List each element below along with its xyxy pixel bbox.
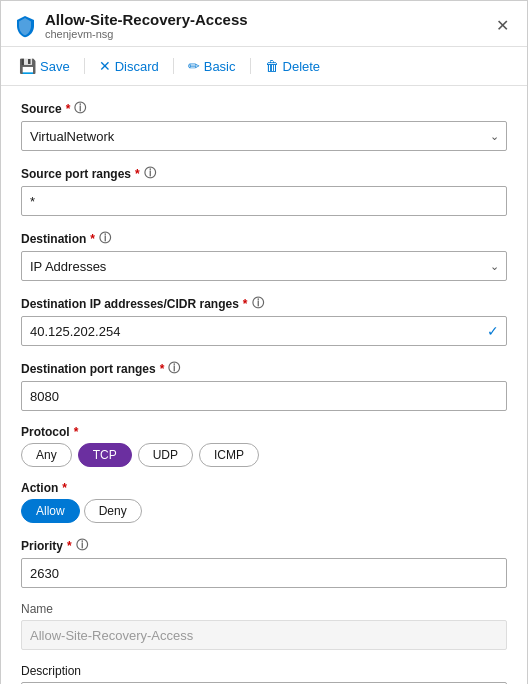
action-allow-button[interactable]: Allow: [21, 499, 80, 523]
dest-ip-group: Destination IP addresses/CIDR ranges * ⓘ…: [21, 295, 507, 346]
basic-button[interactable]: ✏ Basic: [182, 55, 242, 77]
destination-select[interactable]: IP Addresses Any VirtualNetwork Service …: [21, 251, 507, 281]
destination-group: Destination * ⓘ IP Addresses Any Virtual…: [21, 230, 507, 281]
panel-subtitle: chenjevm-nsg: [45, 28, 248, 40]
protocol-group: Protocol * Any TCP UDP ICMP: [21, 425, 507, 467]
dest-port-group: Destination port ranges * ⓘ: [21, 360, 507, 411]
source-select[interactable]: VirtualNetwork Any IP Addresses Service …: [21, 121, 507, 151]
destination-label: Destination * ⓘ: [21, 230, 507, 247]
save-icon: 💾: [19, 58, 36, 74]
source-port-label: Source port ranges * ⓘ: [21, 165, 507, 182]
protocol-required: *: [74, 425, 79, 439]
title-block: Allow-Site-Recovery-Access chenjevm-nsg: [45, 11, 248, 40]
source-group: Source * ⓘ VirtualNetwork Any IP Address…: [21, 100, 507, 151]
panel-header: Allow-Site-Recovery-Access chenjevm-nsg …: [1, 1, 527, 47]
header-left: Allow-Site-Recovery-Access chenjevm-nsg: [13, 11, 248, 40]
destination-info-icon: ⓘ: [99, 230, 111, 247]
basic-label: Basic: [204, 59, 236, 74]
separator-1: [84, 58, 85, 74]
name-group: Name: [21, 602, 507, 650]
dest-port-label: Destination port ranges * ⓘ: [21, 360, 507, 377]
close-button[interactable]: ✕: [490, 14, 515, 37]
action-required: *: [62, 481, 67, 495]
protocol-icmp-button[interactable]: ICMP: [199, 443, 259, 467]
protocol-tcp-button[interactable]: TCP: [78, 443, 132, 467]
discard-button[interactable]: ✕ Discard: [93, 55, 165, 77]
shield-icon: [13, 14, 37, 38]
source-info-icon: ⓘ: [74, 100, 86, 117]
delete-label: Delete: [283, 59, 321, 74]
priority-input[interactable]: [21, 558, 507, 588]
save-button[interactable]: 💾 Save: [13, 55, 76, 77]
name-label: Name: [21, 602, 507, 616]
dest-ip-check-icon: ✓: [487, 323, 499, 339]
priority-info-icon: ⓘ: [76, 537, 88, 554]
separator-2: [173, 58, 174, 74]
save-label: Save: [40, 59, 70, 74]
action-group: Action * Allow Deny: [21, 481, 507, 523]
priority-group: Priority * ⓘ: [21, 537, 507, 588]
basic-icon: ✏: [188, 58, 200, 74]
protocol-buttons: Any TCP UDP ICMP: [21, 443, 507, 467]
source-port-group: Source port ranges * ⓘ: [21, 165, 507, 216]
panel: Allow-Site-Recovery-Access chenjevm-nsg …: [0, 0, 528, 684]
destination-select-wrapper: IP Addresses Any VirtualNetwork Service …: [21, 251, 507, 281]
priority-label: Priority * ⓘ: [21, 537, 507, 554]
source-label: Source * ⓘ: [21, 100, 507, 117]
action-label: Action *: [21, 481, 507, 495]
dest-port-info-icon: ⓘ: [168, 360, 180, 377]
description-group: Description Allow Site Recovery Access.: [21, 664, 507, 684]
discard-icon: ✕: [99, 58, 111, 74]
source-port-input[interactable]: [21, 186, 507, 216]
dest-ip-input[interactable]: [21, 316, 507, 346]
protocol-udp-button[interactable]: UDP: [138, 443, 193, 467]
destination-required: *: [90, 232, 95, 246]
dest-ip-info-icon: ⓘ: [252, 295, 264, 312]
delete-icon: 🗑: [265, 58, 279, 74]
delete-button[interactable]: 🗑 Delete: [259, 55, 327, 77]
form-body: Source * ⓘ VirtualNetwork Any IP Address…: [1, 86, 527, 684]
dest-port-required: *: [160, 362, 165, 376]
source-port-required: *: [135, 167, 140, 181]
panel-title: Allow-Site-Recovery-Access: [45, 11, 248, 28]
action-deny-button[interactable]: Deny: [84, 499, 142, 523]
protocol-label: Protocol *: [21, 425, 507, 439]
description-label: Description: [21, 664, 507, 678]
source-required: *: [66, 102, 71, 116]
source-select-wrapper: VirtualNetwork Any IP Addresses Service …: [21, 121, 507, 151]
name-input: [21, 620, 507, 650]
separator-3: [250, 58, 251, 74]
toolbar: 💾 Save ✕ Discard ✏ Basic 🗑 Delete: [1, 47, 527, 86]
dest-ip-input-wrapper: ✓: [21, 316, 507, 346]
discard-label: Discard: [115, 59, 159, 74]
protocol-any-button[interactable]: Any: [21, 443, 72, 467]
priority-required: *: [67, 539, 72, 553]
dest-port-input[interactable]: [21, 381, 507, 411]
source-port-info-icon: ⓘ: [144, 165, 156, 182]
dest-ip-required: *: [243, 297, 248, 311]
action-buttons: Allow Deny: [21, 499, 507, 523]
dest-ip-label: Destination IP addresses/CIDR ranges * ⓘ: [21, 295, 507, 312]
